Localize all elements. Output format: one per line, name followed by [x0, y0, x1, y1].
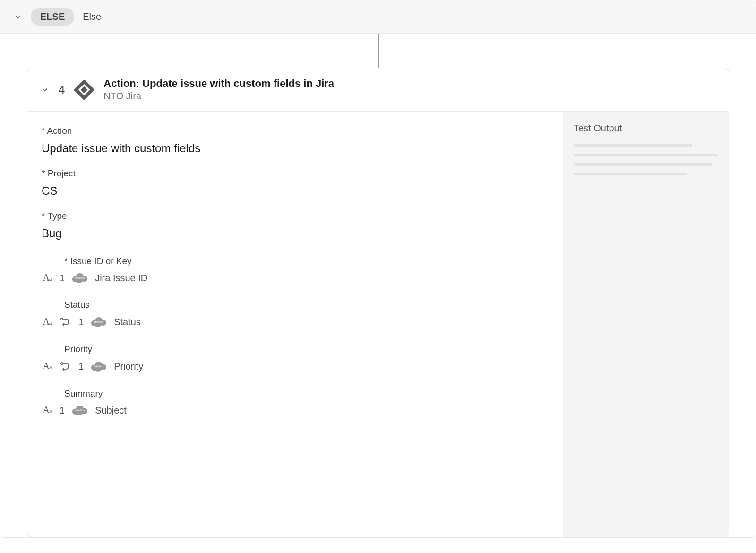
mapped-value-row[interactable]: Aa 1 salesforce Status	[42, 316, 549, 328]
step-ref-number: 1	[78, 361, 84, 372]
svg-point-16	[61, 363, 63, 364]
svg-point-8	[61, 318, 63, 320]
step-ref-number: 1	[60, 273, 65, 284]
card-title-wrap: Action: Update issue with custom fields …	[103, 78, 334, 102]
text-type-icon: Aa	[42, 361, 53, 372]
field-label: * Project	[42, 168, 549, 179]
salesforce-icon: salesforce	[90, 316, 107, 328]
card-body: * Action Update issue with custom fields…	[27, 112, 729, 537]
mapped-field-name: Jira Issue ID	[95, 273, 147, 284]
svg-text:salesforce: salesforce	[94, 365, 104, 368]
config-pane: * Action Update issue with custom fields…	[27, 112, 563, 537]
field-value[interactable]: CS	[42, 184, 549, 198]
mapped-value-row[interactable]: Aa 1 salesforce Subject	[42, 405, 549, 416]
flow-step-container: ELSE Else 4 Action: Update issue with cu…	[0, 0, 756, 538]
connector-line	[378, 34, 379, 68]
field-value[interactable]: Bug	[42, 227, 549, 240]
field-summary: Summary Aa 1 salesforce Subject	[64, 389, 549, 416]
test-output-pane: Test Output	[563, 112, 729, 537]
text-type-icon: Aa	[42, 316, 53, 328]
mapped-value-row[interactable]: Aa 1 salesforce Jira Issue ID	[42, 272, 549, 284]
field-status: Status Aa 1 salesforce Status	[64, 300, 549, 328]
mapped-field-name: Status	[114, 317, 141, 328]
step-ref-number: 1	[60, 405, 65, 416]
field-action: * Action Update issue with custom fields	[42, 126, 549, 155]
text-type-icon: Aa	[42, 272, 53, 284]
skeleton-line	[574, 154, 718, 156]
chevron-down-icon[interactable]	[14, 13, 22, 21]
step-ref-number: 1	[78, 317, 84, 328]
action-card: 4 Action: Update issue with custom field…	[27, 68, 729, 537]
text-type-icon: Aa	[42, 405, 53, 416]
field-label: * Issue ID or Key	[64, 256, 549, 267]
field-label: Priority	[64, 344, 549, 354]
field-priority: Priority Aa 1 salesforce Priority	[64, 344, 549, 372]
mapped-value-row[interactable]: Aa 1 salesforce Priority	[42, 360, 549, 372]
svg-text:salesforce: salesforce	[75, 409, 85, 412]
step-number: 4	[59, 83, 65, 96]
field-label: * Action	[42, 126, 549, 136]
field-label: Status	[64, 300, 549, 310]
skeleton-line	[574, 173, 687, 175]
test-output-title: Test Output	[574, 123, 718, 134]
action-card-header[interactable]: 4 Action: Update issue with custom field…	[27, 68, 729, 112]
field-issue-id: * Issue ID or Key Aa 1 salesforce Jira I…	[64, 256, 549, 284]
svg-text:salesforce: salesforce	[94, 321, 104, 323]
salesforce-icon: salesforce	[90, 361, 107, 372]
mapped-field-name: Subject	[95, 405, 127, 416]
field-value[interactable]: Update issue with custom fields	[42, 142, 549, 155]
card-subtitle: NTO Jira	[103, 91, 334, 102]
else-pill: ELSE	[31, 8, 74, 26]
flow-path-icon	[60, 360, 72, 372]
else-branch-header[interactable]: ELSE Else	[0, 0, 756, 34]
salesforce-icon: salesforce	[71, 272, 88, 284]
card-title: Action: Update issue with custom fields …	[103, 78, 334, 90]
connector-area	[0, 34, 756, 68]
else-label: Else	[83, 11, 101, 22]
flow-path-icon	[60, 316, 72, 328]
mapped-field-name: Priority	[114, 361, 143, 372]
field-label: * Type	[42, 211, 549, 221]
chevron-down-icon[interactable]	[41, 86, 49, 94]
skeleton-line	[574, 144, 692, 147]
salesforce-icon: salesforce	[71, 405, 88, 416]
field-label: Summary	[64, 389, 549, 399]
field-type: * Type Bug	[42, 211, 549, 240]
field-project: * Project CS	[42, 168, 549, 198]
skeleton-line	[574, 163, 713, 166]
svg-text:salesforce: salesforce	[75, 277, 85, 279]
jira-icon	[74, 80, 94, 100]
